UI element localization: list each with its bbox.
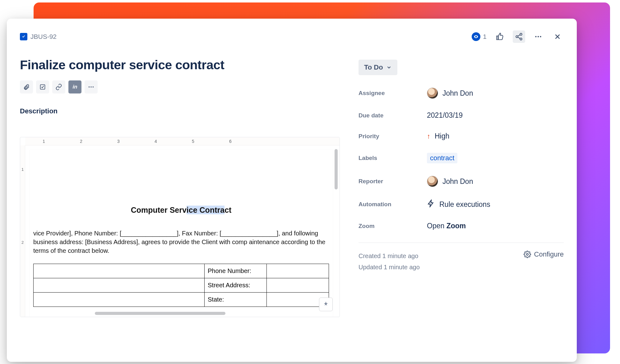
link-issue-button[interactable] <box>52 80 65 93</box>
close-button[interactable] <box>551 30 564 43</box>
left-column: Finalize computer service contract in <box>20 58 340 350</box>
document-page: Computer Service Contract vice Provider]… <box>30 150 333 317</box>
header-actions: 1 <box>472 30 564 43</box>
toolbar-more-button[interactable] <box>85 80 98 93</box>
vertical-scrollbar-thumb[interactable] <box>335 149 338 189</box>
field-due-date[interactable]: Due date 2021/03/19 <box>359 111 564 120</box>
priority-high-icon: ↑ <box>427 132 430 140</box>
gear-icon <box>524 251 531 258</box>
breadcrumb[interactable]: JBUS-92 <box>20 33 57 40</box>
issue-key[interactable]: JBUS-92 <box>30 33 57 40</box>
automation-icon <box>427 199 435 209</box>
table-row: State: <box>34 293 329 307</box>
zoom-value: Open Zoom <box>427 222 466 230</box>
issue-title[interactable]: Finalize computer service contract <box>20 58 340 72</box>
svg-point-6 <box>540 36 541 37</box>
reporter-value: John Don <box>442 177 473 186</box>
assignee-value: John Don <box>442 89 473 98</box>
status-label: To Do <box>364 63 383 71</box>
svg-point-3 <box>520 38 522 40</box>
watch-count: 1 <box>483 33 487 40</box>
svg-point-0 <box>476 36 477 37</box>
attach-button[interactable] <box>20 80 33 93</box>
field-reporter[interactable]: Reporter John Don <box>359 176 564 187</box>
svg-point-4 <box>535 36 536 37</box>
ruler-vertical: 1 2 <box>20 145 25 317</box>
share-button[interactable] <box>513 30 525 43</box>
svg-point-10 <box>93 86 94 88</box>
table-row: Phone Number: <box>34 264 329 278</box>
issue-type-icon <box>20 33 27 40</box>
horizontal-scrollbar-thumb[interactable] <box>95 312 225 315</box>
field-automation[interactable]: Automation Rule executions <box>359 199 564 209</box>
watch-icon <box>472 32 480 41</box>
svg-point-11 <box>526 253 528 255</box>
content-toolbar: in <box>20 80 340 93</box>
divider <box>359 243 564 243</box>
avatar <box>427 88 438 99</box>
updated-text: Updated 1 minute ago <box>359 262 420 273</box>
more-actions-button[interactable] <box>532 30 544 43</box>
table-row: Street Address: <box>34 278 329 293</box>
right-column: To Do Assignee John Don Due date 2021/03… <box>359 58 564 350</box>
header-row: JBUS-92 1 <box>20 30 564 43</box>
svg-point-9 <box>90 86 92 88</box>
created-text: Created 1 minute ago <box>359 250 420 262</box>
explore-button[interactable] <box>319 298 333 311</box>
field-assignee[interactable]: Assignee John Don <box>359 88 564 99</box>
document-body-text: vice Provider], Phone Number: [_________… <box>33 229 329 255</box>
ruler-horizontal: 1 2 3 4 5 6 <box>25 137 340 145</box>
document-title: Computer Service Contract <box>33 206 329 215</box>
due-date-value: 2021/03/19 <box>427 111 463 120</box>
label-chip[interactable]: contract <box>427 153 457 163</box>
chevron-down-icon <box>386 65 392 70</box>
configure-button[interactable]: Configure <box>524 250 564 258</box>
body: Finalize computer service contract in <box>20 58 564 350</box>
svg-point-1 <box>520 33 522 35</box>
description-label: Description <box>20 107 340 115</box>
svg-point-2 <box>516 36 518 38</box>
like-button[interactable] <box>493 30 506 43</box>
watch-button[interactable]: 1 <box>472 32 487 41</box>
issue-modal: JBUS-92 1 Final <box>7 19 577 362</box>
field-priority[interactable]: Priority ↑ High <box>359 132 564 140</box>
avatar <box>427 176 438 187</box>
meta-row: Created 1 minute ago Updated 1 minute ag… <box>359 250 564 273</box>
invision-button[interactable]: in <box>68 80 81 93</box>
field-zoom[interactable]: Zoom Open Zoom <box>359 222 564 230</box>
document-preview[interactable]: 1 2 3 4 5 6 1 2 Computer Service Contrac… <box>20 137 340 317</box>
priority-value: High <box>435 132 449 140</box>
document-table: Phone Number: Street Address: State: <box>33 264 329 307</box>
field-labels[interactable]: Labels contract <box>359 153 564 163</box>
configure-label: Configure <box>534 250 564 258</box>
add-subtask-button[interactable] <box>36 80 49 93</box>
timestamps: Created 1 minute ago Updated 1 minute ag… <box>359 250 420 273</box>
status-dropdown[interactable]: To Do <box>359 60 397 75</box>
automation-value: Rule executions <box>439 200 490 209</box>
svg-point-5 <box>538 36 539 37</box>
svg-point-8 <box>89 86 90 88</box>
